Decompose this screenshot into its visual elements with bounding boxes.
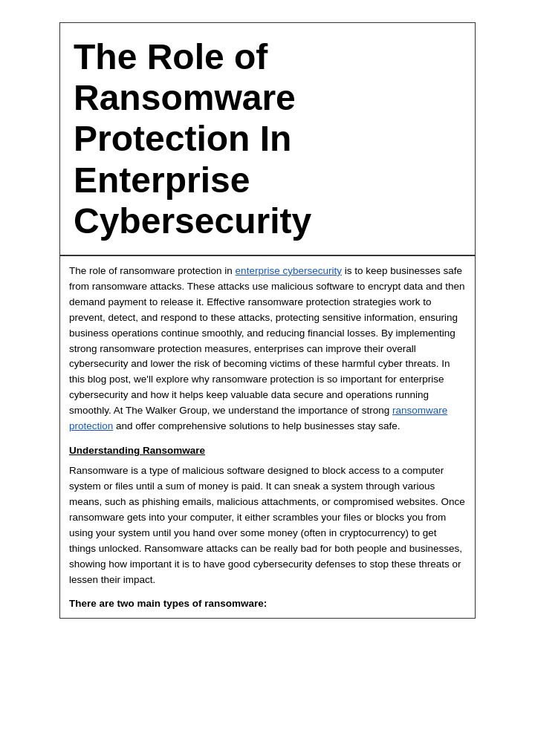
enterprise-cybersecurity-link[interactable]: enterprise cybersecurity [236,265,342,276]
intro-paragraph: The role of ransomware protection in ent… [69,264,466,434]
intro-text-middle: is to keep businesses safe from ransomwa… [69,265,465,416]
page-container: The Role of Ransomware Protection In Ent… [0,0,535,756]
two-types-heading: There are two main types of ransomware: [69,598,466,609]
content-section: The role of ransomware protection in ent… [59,255,476,619]
intro-text-before-link1: The role of ransomware protection in [69,265,236,276]
understanding-ransomware-heading: Understanding Ransomware [69,445,466,456]
intro-text-end: and offer comprehensive solutions to hel… [113,420,400,431]
ransomware-description-paragraph: Ransomware is a type of malicious softwa… [69,463,466,587]
title-section: The Role of Ransomware Protection In Ent… [59,22,476,255]
page-title: The Role of Ransomware Protection In Ent… [74,36,461,241]
